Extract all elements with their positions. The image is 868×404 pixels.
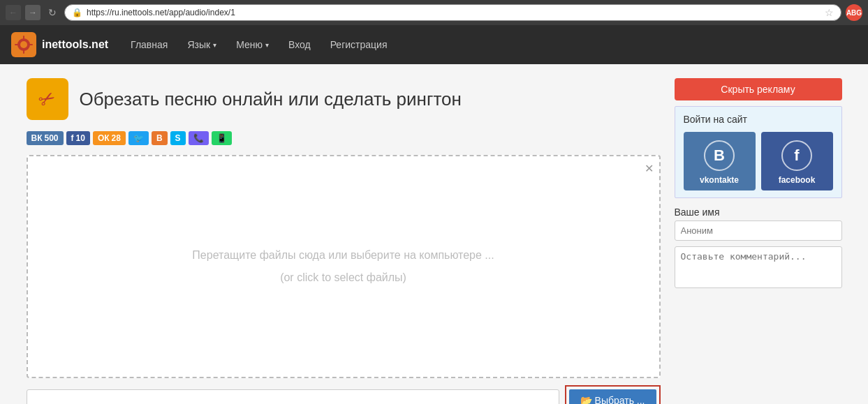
main-wrapper: ✂ Обрезать песню онлайн или сделать ринг… xyxy=(15,78,853,404)
hide-ads-button[interactable]: Скрыть рекламу xyxy=(675,78,842,100)
share-facebook-button[interactable]: f 10 xyxy=(66,131,90,145)
vk-icon: ВК xyxy=(31,133,43,143)
social-share-row: ВК 500 f 10 ОК 28 🐦 B S 📞 xyxy=(27,131,661,145)
content-area: ✂ Обрезать песню онлайн или сделать ринг… xyxy=(27,78,661,404)
facebook-icon: f xyxy=(71,133,74,143)
logo: inettools.net xyxy=(11,32,108,57)
svg-rect-5 xyxy=(15,44,18,45)
sidebar: Скрыть рекламу Войти на сайт B vkontakte… xyxy=(675,78,842,404)
login-vk-button[interactable]: B vkontakte xyxy=(684,132,756,190)
logo-text: inettools.net xyxy=(42,38,108,51)
user-avatar: ABG xyxy=(846,4,862,21)
social-login-row: B vkontakte f facebook xyxy=(684,132,833,190)
share-blog-button[interactable]: B xyxy=(152,131,168,145)
drop-zone-text: Перетащите файлы сюда или выберите на ко… xyxy=(192,244,494,289)
refresh-button[interactable]: ↻ xyxy=(45,5,60,20)
ok-count: 28 xyxy=(112,133,121,143)
close-icon[interactable]: ✕ xyxy=(645,162,654,175)
login-facebook-button[interactable]: f facebook xyxy=(761,132,833,190)
logo-icon xyxy=(11,32,36,57)
vk-login-icon: B xyxy=(704,140,735,171)
share-skype-button[interactable]: S xyxy=(170,131,186,145)
address-bar: 🔒 ☆ xyxy=(64,4,841,21)
browser-chrome: ← → ↻ 🔒 ☆ ABG xyxy=(0,0,868,25)
twitter-icon: 🐦 xyxy=(133,133,144,143)
scissors-icon: ✂ xyxy=(34,85,59,113)
comment-input[interactable] xyxy=(675,246,842,288)
share-ok-button[interactable]: ОК 28 xyxy=(93,131,126,145)
name-input[interactable] xyxy=(675,220,842,241)
nav-language[interactable]: Язык ▾ xyxy=(179,35,225,54)
nav-register[interactable]: Регистрация xyxy=(322,35,396,54)
vk-count: 500 xyxy=(45,133,59,143)
chevron-down-icon: ▾ xyxy=(213,41,216,49)
nav-home[interactable]: Главная xyxy=(122,35,176,54)
viber-icon: 📞 xyxy=(193,133,204,143)
forward-button[interactable]: → xyxy=(25,5,41,20)
blog-icon: B xyxy=(156,133,163,143)
svg-rect-6 xyxy=(29,44,33,45)
nav-menu[interactable]: Меню ▾ xyxy=(228,35,277,54)
file-input-row: 📂 Выбрать ... xyxy=(27,385,661,404)
svg-rect-3 xyxy=(23,36,24,39)
whatsapp-icon: 📱 xyxy=(216,133,227,143)
facebook-count: 10 xyxy=(76,133,85,143)
nav-bar: inettools.net Главная Язык ▾ Меню ▾ Вход… xyxy=(0,25,868,64)
lock-icon: 🔒 xyxy=(72,8,82,17)
login-label: Войти на сайт xyxy=(684,114,833,125)
name-section: Ваше имя xyxy=(675,207,842,290)
file-path-input[interactable] xyxy=(27,389,559,404)
page-icon: ✂ xyxy=(27,78,68,120)
nav-links: Главная Язык ▾ Меню ▾ Вход Регистрация xyxy=(122,35,857,54)
facebook-login-icon: f xyxy=(781,140,812,171)
chevron-down-icon: ▾ xyxy=(265,41,269,49)
skype-icon: S xyxy=(175,133,181,143)
drop-zone[interactable]: ✕ Перетащите файлы сюда или выберите на … xyxy=(27,155,661,378)
svg-rect-4 xyxy=(23,50,24,54)
url-input[interactable] xyxy=(87,8,821,17)
bookmark-icon[interactable]: ☆ xyxy=(825,7,834,18)
choose-button-wrapper: 📂 Выбрать ... xyxy=(565,385,661,404)
share-vk-button[interactable]: ВК 500 xyxy=(27,131,64,145)
share-viber-button[interactable]: 📞 xyxy=(189,131,209,145)
back-button[interactable]: ← xyxy=(6,5,21,20)
ok-icon: ОК xyxy=(98,133,110,143)
share-whatsapp-button[interactable]: 📱 xyxy=(212,131,232,145)
choose-file-button[interactable]: 📂 Выбрать ... xyxy=(569,389,656,404)
share-twitter-button[interactable]: 🐦 xyxy=(128,131,149,145)
page-title-row: ✂ Обрезать песню онлайн или сделать ринг… xyxy=(27,78,661,120)
nav-login[interactable]: Вход xyxy=(280,35,319,54)
svg-point-2 xyxy=(20,41,27,48)
login-section: Войти на сайт B vkontakte f facebook xyxy=(675,106,842,198)
name-label: Ваше имя xyxy=(675,207,842,218)
page-title: Обрезать песню онлайн или сделать рингто… xyxy=(80,89,462,110)
